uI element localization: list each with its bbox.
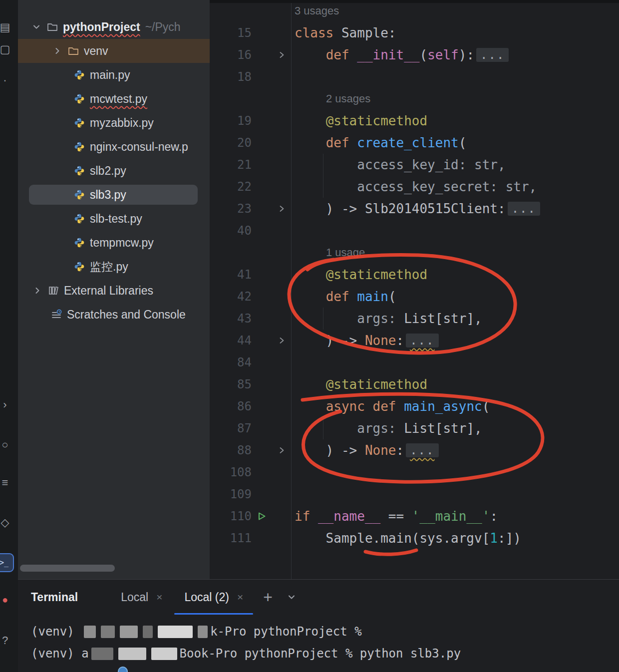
line-number[interactable]: 42 (210, 290, 252, 304)
tree-item-myzabbix.py[interactable]: myzabbix.py (18, 111, 210, 135)
line-number[interactable]: 84 (210, 355, 252, 369)
line-number[interactable]: 15 (210, 26, 252, 40)
folded-region[interactable]: ... (476, 48, 509, 62)
usage-hint[interactable]: 3 usages (291, 4, 339, 17)
chevron-right-icon[interactable] (53, 46, 62, 55)
terminal-output[interactable]: (venv) k-Pro pythonProject %(venv) aBook… (18, 615, 619, 665)
line-number[interactable]: 85 (210, 377, 252, 391)
fold-chevron-icon[interactable] (272, 336, 291, 344)
code-line-44[interactable]: 44 ) -> None:... (210, 330, 619, 351)
code-line-42[interactable]: 42 def main( (210, 286, 619, 308)
code-line-19[interactable]: 19 @staticmethod (210, 110, 619, 132)
tree-item-slb3.py[interactable]: slb3.py (18, 183, 210, 207)
chevron-down-icon[interactable] (287, 592, 297, 602)
tree-item-slb2.py[interactable]: slb2.py (18, 159, 210, 183)
usage-hint-label[interactable]: 1 usage (326, 246, 365, 259)
run-line-icon[interactable] (252, 511, 272, 522)
new-terminal-button[interactable]: + (263, 589, 273, 605)
line-number[interactable]: 40 (210, 224, 252, 238)
code-line-85[interactable]: 85 @staticmethod (210, 373, 619, 395)
line-number[interactable]: 109 (210, 487, 252, 501)
code-line-87[interactable]: 87 args: List[str], (210, 417, 619, 439)
code-editor[interactable]: 3 usages15class Sample:16 def __init__(s… (210, 0, 619, 579)
usage-hint-label[interactable]: 2 usages (326, 92, 370, 105)
tree-item-tempmcw.py[interactable]: tempmcw.py (18, 231, 210, 255)
tree-item-external-libraries[interactable]: External Libraries (18, 279, 210, 303)
folded-region[interactable]: ... (406, 443, 438, 457)
line-number[interactable]: 18 (210, 70, 252, 84)
tree-item-nginx-consul-new.p[interactable]: nginx-consul-new.p (18, 135, 210, 159)
chevron-down-icon[interactable] (32, 22, 41, 31)
line-number[interactable]: 23 (210, 202, 252, 216)
terminal-tab-local[interactable]: Local× (110, 580, 173, 615)
fold-chevron-icon[interactable] (272, 51, 291, 59)
line-number[interactable]: 41 (210, 268, 252, 282)
tree-item-slb-test.py[interactable]: slb-test.py (18, 207, 210, 231)
code-line-16[interactable]: 16 def __init__(self):... (210, 44, 619, 66)
line-number[interactable]: 16 (210, 48, 252, 62)
line-number[interactable]: 20 (210, 136, 252, 150)
line-number[interactable]: 86 (210, 399, 252, 413)
code-line-15[interactable]: 15class Sample: (210, 22, 619, 44)
tree-item-scratches-and-console[interactable]: Scratches and Console (18, 303, 210, 327)
code-line-84[interactable]: 84 (210, 351, 619, 373)
folded-region[interactable]: ... (508, 202, 540, 216)
tree-item-pythonproject-root[interactable]: pythonProject ~/Pych (18, 15, 210, 39)
code-line-41[interactable]: 41 @staticmethod (210, 264, 619, 286)
code-line-86[interactable]: 86 async def main_async( (210, 395, 619, 417)
line-number[interactable]: 21 (210, 158, 252, 172)
tree-item-监控.py[interactable]: 监控.py (18, 255, 210, 279)
code-line-111[interactable]: 111 Sample.main(sys.argv[1:]) (210, 527, 619, 549)
tree-item-main.py[interactable]: main.py (18, 63, 210, 87)
line-number[interactable]: 110 (210, 509, 252, 523)
usage-hint-row[interactable]: 2 usages (210, 88, 619, 110)
code-line-108[interactable]: 108 (210, 461, 619, 483)
services-tool-icon[interactable]: ◇ (0, 514, 14, 531)
line-number[interactable]: 108 (210, 465, 252, 479)
terminal-tab-local-2-[interactable]: Local (2)× (173, 580, 254, 615)
usage-hint-row[interactable]: 3 usages (210, 0, 619, 22)
terminal-title[interactable]: Terminal (31, 591, 78, 604)
code-line-23[interactable]: 23 ) -> Slb20140515Client:... (210, 198, 619, 220)
project-tool-icon[interactable]: ▤ (0, 19, 14, 36)
fold-chevron-icon[interactable] (272, 446, 291, 454)
line-number[interactable]: 44 (210, 334, 252, 347)
code-line-43[interactable]: 43 args: List[str], (210, 308, 619, 330)
code-line-20[interactable]: 20 def create_client( (210, 132, 619, 154)
code-line-110[interactable]: 110if __name__ == '__main__': (210, 505, 619, 527)
problems-tool-icon[interactable]: ? (0, 632, 14, 649)
line-number[interactable]: 88 (210, 443, 252, 457)
horizontal-scrollbar[interactable] (20, 565, 115, 572)
line-number[interactable]: 43 (210, 312, 252, 326)
usage-hint[interactable]: 1 usage (291, 246, 365, 259)
notifications-badge-icon[interactable]: ● (0, 591, 14, 608)
close-icon[interactable]: × (156, 591, 162, 603)
run-tool-icon[interactable]: › (0, 396, 14, 413)
close-icon[interactable]: × (237, 591, 243, 603)
todo-tool-icon[interactable]: ≡ (0, 474, 14, 491)
code-token: List[str], (404, 421, 482, 436)
line-number[interactable]: 111 (210, 531, 252, 545)
code-line-88[interactable]: 88 ) -> None:... (210, 439, 619, 461)
code-line-22[interactable]: 22 access_key_secret: str, (210, 176, 619, 198)
code-line-21[interactable]: 21 access_key_id: str, (210, 154, 619, 176)
terminal-tool-icon[interactable]: >_ (0, 553, 14, 572)
commit-tool-icon[interactable]: ▢ (0, 41, 14, 58)
tree-item-venv[interactable]: venv (18, 39, 210, 63)
more-tools-icon[interactable]: · (0, 72, 14, 89)
chevron-right-icon[interactable] (33, 286, 42, 295)
code-line-109[interactable]: 109 (210, 483, 619, 505)
code-line-40[interactable]: 40 (210, 220, 619, 242)
code-line-18[interactable]: 18 (210, 66, 619, 88)
usage-hint-label[interactable]: 3 usages (295, 4, 339, 17)
line-number[interactable]: 22 (210, 180, 252, 194)
fold-chevron-icon[interactable] (272, 205, 291, 213)
usage-hint-row[interactable]: 1 usage (210, 242, 619, 264)
line-number[interactable]: 19 (210, 114, 252, 128)
indent-guide (323, 176, 323, 198)
python-packages-icon[interactable]: ○ (0, 436, 14, 453)
folded-region[interactable]: ... (406, 334, 438, 347)
line-number[interactable]: 87 (210, 421, 252, 435)
tree-item-mcwtest.py[interactable]: mcwtest.py (18, 87, 210, 111)
usage-hint[interactable]: 2 usages (291, 92, 370, 105)
